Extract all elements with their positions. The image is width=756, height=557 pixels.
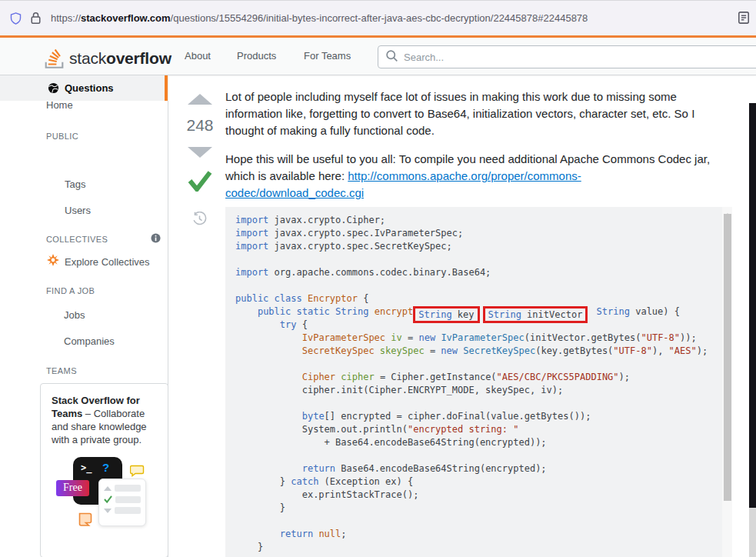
speech-bubble-orange-icon	[78, 512, 93, 529]
code-line: + Base64.encodeBase64String(encrypted));	[235, 436, 732, 449]
sidebar-item-questions[interactable]: Questions	[0, 75, 168, 101]
placeholder-bar	[115, 507, 141, 514]
accepted-answer-check-icon	[188, 171, 212, 195]
code-line: IvParameterSpec iv = new IvParameterSpec…	[235, 332, 732, 345]
answer-paragraph-2: Hope this will be useful to you all: To …	[225, 151, 715, 202]
window-edge-dark-strip	[749, 103, 756, 508]
mini-check-icon	[104, 495, 112, 503]
code-line: return null;	[235, 528, 732, 541]
code-line: return Base64.encodeBase64String(encrypt…	[235, 462, 732, 475]
code-line: byte[] encrypted = cipher.doFinal(value.…	[235, 410, 732, 423]
code-line	[235, 253, 732, 266]
search-icon	[385, 49, 398, 65]
search-input[interactable]	[404, 52, 696, 63]
code-line: Cipher cipher = Cipher.getInstance("AES/…	[235, 371, 732, 384]
collectives-star-icon	[47, 254, 59, 269]
sidebar-item-jobs[interactable]: Jobs	[64, 309, 85, 321]
downvote-button[interactable]	[188, 147, 212, 158]
sidebar-section-public: PUBLIC	[46, 132, 78, 141]
sidebar-item-users[interactable]: Users	[65, 205, 91, 216]
stackoverflow-logo[interactable]: stackoverflow	[44, 45, 172, 72]
code-line: }	[235, 541, 732, 554]
terminal-prompt-text: >_	[81, 462, 92, 473]
window-edge-gray-strip	[749, 508, 756, 557]
sidebar-item-companies[interactable]: Companies	[64, 335, 115, 347]
vote-count: 248	[186, 116, 213, 135]
info-icon[interactable]	[151, 232, 161, 246]
url-scheme: https://	[51, 12, 81, 24]
url-domain: stackoverflow.com	[81, 12, 171, 24]
sidebar-item-questions-label: Questions	[65, 82, 114, 94]
globe-icon	[48, 82, 59, 94]
upvote-button[interactable]	[188, 94, 212, 105]
sidebar-item-tags[interactable]: Tags	[65, 178, 85, 190]
teams-promo-card: Stack Overflow for Teams – Collaborate a…	[40, 383, 168, 557]
code-line: SecretKeySpec skeySpec = new SecretKeySp…	[235, 345, 732, 358]
left-sidebar: Home PUBLIC Questions Tags Users COLLECT…	[0, 75, 168, 557]
sidebar-section-collectives: COLLECTIVES	[46, 235, 108, 244]
answer-paragraph-1: Lot of people including myself face lot …	[225, 88, 715, 139]
mini-upvote-icon	[104, 486, 112, 491]
sidebar-section-find-a-job: FIND A JOB	[46, 286, 95, 295]
code-line: System.out.println("encrypted string: "	[235, 423, 732, 436]
sidebar-item-explore-collectives[interactable]: Explore Collectives	[65, 256, 150, 268]
nav-products[interactable]: Products	[237, 50, 276, 62]
speech-bubble-yellow-icon	[130, 465, 145, 480]
code-line: import javax.crypto.spec.IvParameterSpec…	[235, 227, 732, 240]
teams-illustration: >_ ? Free	[41, 455, 168, 539]
code-line: cipher.init(Cipher.ENCRYPT_MODE, skeySpe…	[235, 384, 732, 397]
highlight-box: String initVector	[483, 306, 588, 323]
code-line: import org.apache.commons.codec.binary.B…	[235, 266, 732, 279]
vote-cell: 248	[187, 94, 213, 195]
code-line	[235, 279, 732, 292]
selected-item-accent	[165, 75, 168, 101]
sidebar-section-teams: TEAMS	[46, 366, 77, 375]
mini-downvote-icon	[104, 509, 112, 513]
answer-body: Lot of people including myself face lot …	[225, 88, 715, 202]
logo-word-stack: stack	[69, 49, 106, 67]
code-pre: import javax.crypto.Cipher;import javax.…	[225, 207, 732, 554]
code-line: public class Encryptor {	[235, 292, 732, 305]
code-line	[235, 358, 732, 371]
free-badge: Free	[56, 480, 89, 496]
url-path: /questions/15554296/initial-bytes-incorr…	[171, 12, 588, 24]
code-line: } catch (Exception ex) {	[235, 475, 732, 489]
code-line: }	[235, 502, 732, 515]
stackoverflow-logo-icon	[44, 45, 65, 72]
code-block: import javax.crypto.Cipher;import javax.…	[225, 207, 732, 557]
code-line: import javax.crypto.spec.SecretKeySpec;	[235, 240, 732, 253]
tracking-protection-shield-icon[interactable]	[9, 12, 22, 25]
terminal-question-mark: ?	[102, 461, 109, 474]
timeline-history-icon[interactable]	[192, 212, 207, 229]
url-text[interactable]: https://stackoverflow.com/questions/1555…	[51, 12, 588, 24]
code-line	[235, 449, 732, 462]
code-line: ex.printStackTrace();	[235, 489, 732, 502]
reader-mode-icon[interactable]	[738, 11, 750, 28]
placeholder-bar	[115, 485, 141, 492]
padlock-icon[interactable]	[30, 12, 42, 25]
code-line: import javax.crypto.Cipher;	[235, 214, 732, 227]
browser-address-bar[interactable]: https://stackoverflow.com/questions/1555…	[0, 1, 756, 35]
code-line	[235, 515, 732, 528]
page: https://stackoverflow.com/questions/1555…	[0, 0, 756, 557]
logo-word-overflow: overflow	[106, 49, 172, 67]
placeholder-bar	[115, 496, 141, 503]
code-line: public static String encryptString keySt…	[235, 305, 732, 319]
code-line	[235, 397, 732, 410]
code-scrollbar-thumb[interactable]	[724, 214, 731, 501]
search-box[interactable]	[378, 45, 756, 68]
post-mini-card	[98, 479, 146, 526]
sidebar-item-home[interactable]: Home	[46, 99, 73, 111]
nav-about[interactable]: About	[185, 50, 211, 62]
highlight-box: String key	[413, 306, 479, 323]
nav-for-teams[interactable]: For Teams	[304, 50, 351, 62]
